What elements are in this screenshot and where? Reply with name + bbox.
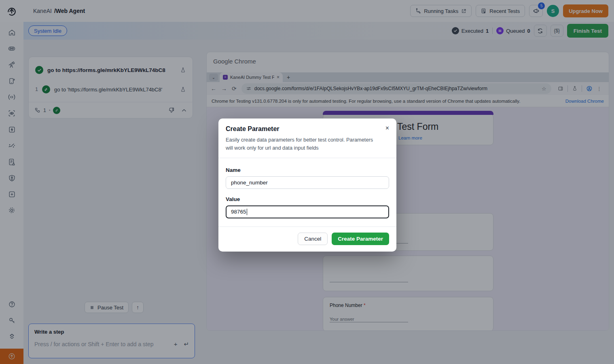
name-field-label: Name	[226, 167, 389, 173]
value-input[interactable]: 98765	[226, 205, 389, 218]
name-input[interactable]	[226, 176, 389, 189]
modal-header: Create Parameter × Easily create data pa…	[218, 119, 396, 158]
cancel-button[interactable]: Cancel	[298, 233, 328, 245]
close-icon[interactable]: ×	[385, 125, 389, 131]
text-caret	[247, 209, 248, 215]
modal-description: Easily create data parameters for better…	[226, 136, 381, 152]
modal-footer: Cancel Create Parameter	[218, 227, 396, 252]
value-field-label: Value	[226, 196, 389, 202]
modal-title: Create Parameter	[226, 125, 388, 133]
kaneai-app: KaneAI /Web Agent Running Tasks Recent T…	[0, 0, 614, 364]
create-parameter-modal: Create Parameter × Easily create data pa…	[218, 119, 396, 252]
value-input-text: 98765	[231, 209, 246, 215]
create-parameter-button[interactable]: Create Parameter	[332, 233, 389, 245]
modal-body: Name Value 98765	[218, 158, 396, 226]
